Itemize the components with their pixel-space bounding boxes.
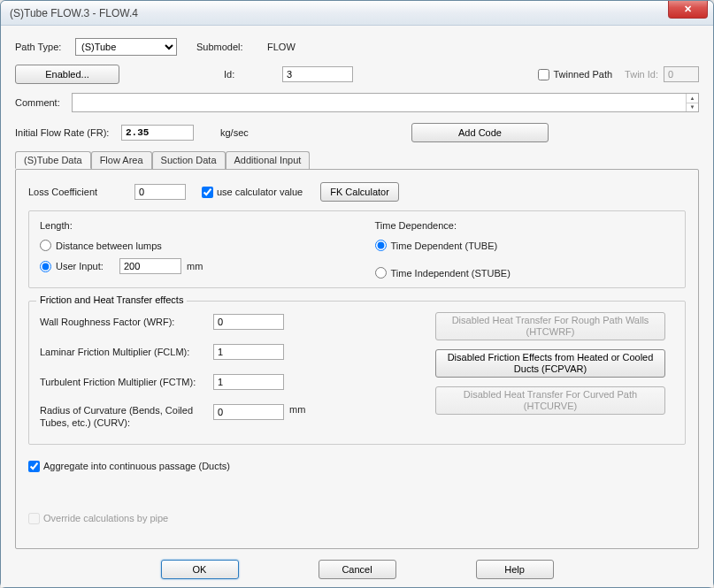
tab-suctiondata[interactable]: Suction Data <box>152 151 226 169</box>
window-buttons: ✕ <box>668 1 708 19</box>
curv-label: Radius of Curvature (Bends, Coiled Tubes… <box>40 404 213 430</box>
wrf-input[interactable] <box>213 314 284 330</box>
enabled-button[interactable]: Enabled... <box>15 65 119 84</box>
ifr-label: Initial Flow Rate (FR): <box>15 127 121 138</box>
override-row: Override calculations by pipe <box>28 509 686 528</box>
submodel-label: Submodel: <box>196 42 258 52</box>
timedep-opt2-label: Time Independent (STUBE) <box>391 268 511 279</box>
timedep-radio-stube[interactable] <box>375 267 387 279</box>
row-enabled: Enabled... Id: Twinned Path Twin Id: <box>15 65 699 84</box>
group-length-time: Length: Distance between lumps User Inpu… <box>28 210 686 288</box>
length-column: Length: Distance between lumps User Inpu… <box>40 220 340 277</box>
ifr-unit: kg/sec <box>220 127 249 138</box>
friction-left-col: Wall Roughness Factor (WRF): Laminar Fri… <box>40 310 414 433</box>
wrf-row: Wall Roughness Factor (WRF): <box>40 310 414 333</box>
dialog-window: (S)Tube FLOW.3 - FLOW.4 ✕ Path Type: (S)… <box>0 0 714 588</box>
pathtype-select[interactable]: (S)Tube <box>75 38 177 56</box>
dialog-content: Path Type: (S)Tube Submodel: FLOW Enable… <box>1 26 713 587</box>
row-ifr: Initial Flow Rate (FR): kg/sec Add Code <box>15 123 699 142</box>
close-icon: ✕ <box>684 4 692 15</box>
losscoef-label: Loss Coefficient <box>28 187 134 197</box>
fcpvar-button[interactable]: Disabled Friction Effects from Heated or… <box>435 349 665 378</box>
help-button[interactable]: Help <box>476 560 554 579</box>
tab-flowarea[interactable]: Flow Area <box>91 151 152 169</box>
length-userinput[interactable] <box>119 258 181 274</box>
htcwrf-button: Disabled Heat Transfer For Rough Path Wa… <box>435 312 665 340</box>
tab-body: Loss Coefficient use calculator value FK… <box>16 170 698 540</box>
htcurve-button: Disabled Heat Transfer For Curved Path (… <box>435 386 665 415</box>
twinid-input <box>664 66 699 82</box>
comment-input[interactable] <box>73 94 686 111</box>
timedep-opt1-row: Time Dependent (TUBE) <box>375 236 675 255</box>
length-opt2-row: User Input: mm <box>40 255 340 278</box>
row-comment: Comment: ▲▼ <box>15 93 699 112</box>
fctm-input[interactable] <box>213 374 284 390</box>
addcode-button[interactable]: Add Code <box>411 123 549 142</box>
pathtype-label: Path Type: <box>15 42 75 52</box>
footer-buttons: OK Cancel Help <box>15 560 699 579</box>
length-opt1-row: Distance between lumps <box>40 236 340 255</box>
ifr-input[interactable] <box>121 125 194 141</box>
tab-wrap: (S)Tube Data Flow Area Suction Data Addi… <box>15 151 699 549</box>
close-button[interactable]: ✕ <box>668 1 708 19</box>
length-opt2-label: User Input: <box>56 261 119 271</box>
friction-legend: Friction and Heat Transfer effects <box>36 294 187 305</box>
window-title: (S)Tube FLOW.3 - FLOW.4 <box>1 7 138 19</box>
override-checkbox <box>28 513 40 524</box>
fkcalc-button[interactable]: FK Calculator <box>320 182 399 202</box>
timedep-opt1-label: Time Dependent (TUBE) <box>391 241 498 251</box>
twinned-checkbox[interactable] <box>538 69 549 80</box>
tab-additionalinput[interactable]: Additional Input <box>226 151 311 169</box>
length-opt1-label: Distance between lumps <box>56 241 162 251</box>
curv-unit: mm <box>289 404 305 415</box>
comment-input-wrap: ▲▼ <box>72 93 699 112</box>
timedep-column: Time Dependence: Time Dependent (TUBE) T… <box>375 220 675 277</box>
aggregate-checkbox[interactable] <box>28 461 40 472</box>
usecalc-label: use calculator value <box>217 187 303 197</box>
fclm-row: Laminar Friction Multiplier (FCLM): <box>40 340 414 363</box>
aggregate-row: Aggregate into continuous passage (Ducts… <box>28 457 686 476</box>
comment-spin[interactable]: ▲▼ <box>686 94 698 111</box>
id-input[interactable] <box>282 66 353 82</box>
curv-row: Radius of Curvature (Bends, Coiled Tubes… <box>40 401 414 433</box>
row-losscoef: Loss Coefficient use calculator value FK… <box>28 182 686 202</box>
titlebar: (S)Tube FLOW.3 - FLOW.4 ✕ <box>1 1 713 26</box>
tab-panel: Loss Coefficient use calculator value FK… <box>15 169 699 549</box>
override-label: Override calculations by pipe <box>43 513 168 523</box>
curv-input[interactable] <box>213 404 284 420</box>
fclm-label: Laminar Friction Multiplier (FCLM): <box>40 347 213 357</box>
wrf-label: Wall Roughness Factor (WRF): <box>40 317 213 327</box>
aggregate-label: Aggregate into continuous passage (Ducts… <box>43 461 230 471</box>
usecalc-checkbox[interactable] <box>202 187 213 198</box>
id-label: Id: <box>224 69 250 80</box>
tab-stubedata[interactable]: (S)Tube Data <box>15 151 91 169</box>
losscoef-input[interactable] <box>134 184 186 200</box>
length-legend: Length: <box>40 220 340 231</box>
friction-right-col: Disabled Heat Transfer For Rough Path Wa… <box>435 310 674 433</box>
group-friction: Friction and Heat Transfer effects Wall … <box>28 301 686 445</box>
timedep-legend: Time Dependence: <box>375 220 675 231</box>
fclm-input[interactable] <box>213 344 284 360</box>
row-pathtype: Path Type: (S)Tube Submodel: FLOW <box>15 38 699 56</box>
fctm-label: Turbulent Friction Multiplier (FCTM): <box>40 377 213 387</box>
cancel-button[interactable]: Cancel <box>319 560 396 579</box>
timedep-opt2-row: Time Independent (STUBE) <box>375 263 675 282</box>
timedep-radio-tube[interactable] <box>375 240 387 251</box>
tabbar: (S)Tube Data Flow Area Suction Data Addi… <box>15 150 699 168</box>
length-unit: mm <box>187 261 203 271</box>
twinid-label: Twin Id: <box>625 69 658 80</box>
comment-label: Comment: <box>15 97 72 108</box>
twinned-label: Twinned Path <box>553 69 612 80</box>
length-radio-distance[interactable] <box>40 240 51 251</box>
submodel-value: FLOW <box>267 42 296 52</box>
ok-button[interactable]: OK <box>161 560 239 579</box>
length-radio-userinput[interactable] <box>40 261 51 272</box>
fctm-row: Turbulent Friction Multiplier (FCTM): <box>40 370 414 393</box>
